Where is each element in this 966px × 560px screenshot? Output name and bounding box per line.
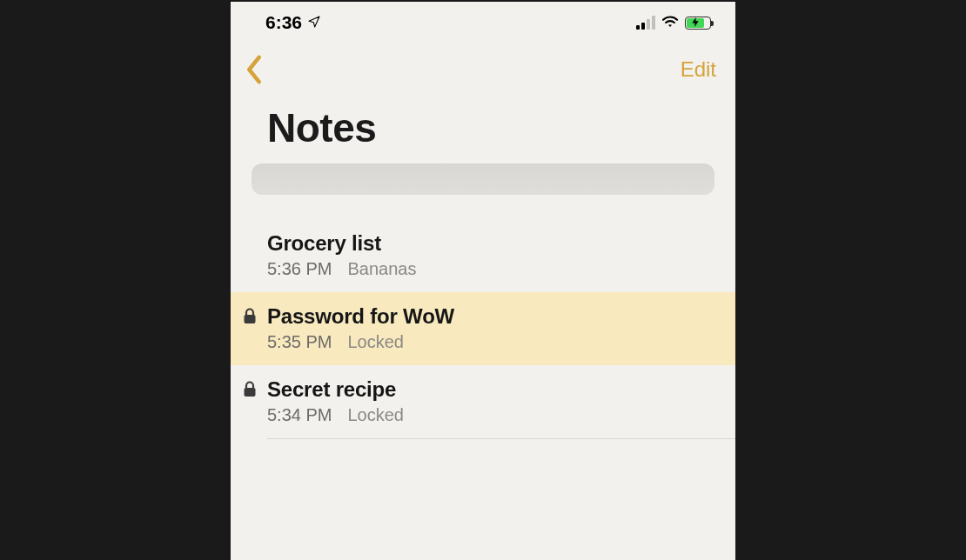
note-subtitle: 5:35 PM Locked — [267, 332, 718, 352]
svg-rect-1 — [245, 388, 256, 397]
note-preview: Locked — [347, 405, 404, 425]
phone-screen: 6:36 — [231, 2, 735, 560]
note-row[interactable]: Secret recipe 5:34 PM Locked — [231, 365, 735, 438]
page-title: Notes — [231, 96, 735, 163]
note-row[interactable]: Grocery list 5:36 PM Bananas — [231, 219, 735, 292]
note-preview: Locked — [347, 332, 404, 352]
search-input[interactable] — [252, 163, 714, 195]
note-time: 5:34 PM — [267, 405, 332, 425]
search-wrap — [231, 163, 735, 219]
charging-bolt-icon — [692, 17, 699, 29]
note-title: Secret recipe — [267, 377, 718, 402]
battery-icon — [685, 17, 711, 30]
status-right — [636, 14, 711, 31]
back-button[interactable] — [245, 52, 279, 87]
note-title: Password for WoW — [267, 304, 718, 329]
location-arrow-icon — [307, 12, 321, 33]
status-time: 6:36 — [265, 12, 302, 33]
note-title: Grocery list — [267, 231, 718, 256]
lock-icon — [243, 308, 257, 329]
note-row[interactable]: Password for WoW 5:35 PM Locked — [231, 292, 735, 365]
status-bar: 6:36 — [231, 2, 735, 43]
note-time: 5:35 PM — [267, 332, 332, 352]
note-subtitle: 5:34 PM Locked — [267, 405, 718, 425]
wifi-icon — [661, 14, 680, 31]
note-preview: Bananas — [347, 259, 416, 279]
notes-list: Grocery list 5:36 PM Bananas Password fo… — [231, 219, 735, 439]
nav-bar: Edit — [231, 43, 735, 96]
status-left: 6:36 — [265, 12, 321, 33]
note-subtitle: 5:36 PM Bananas — [267, 259, 718, 279]
lock-icon — [243, 381, 257, 402]
cell-signal-icon — [636, 16, 655, 30]
svg-rect-0 — [245, 315, 256, 323]
edit-button[interactable]: Edit — [681, 57, 716, 82]
note-time: 5:36 PM — [267, 259, 332, 279]
list-divider — [267, 438, 735, 439]
chevron-left-icon — [245, 55, 264, 84]
